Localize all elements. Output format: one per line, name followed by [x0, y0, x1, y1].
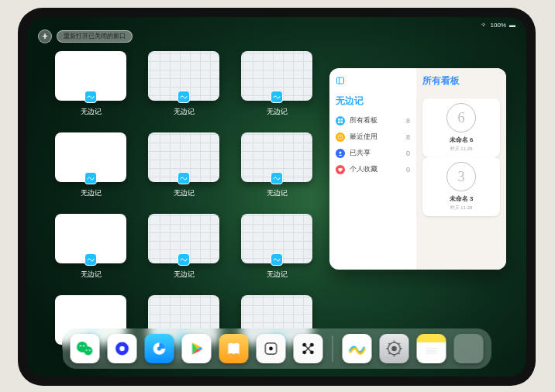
- board-time: 昨天 11:28: [450, 146, 473, 153]
- dock-app-wechat[interactable]: [71, 334, 100, 363]
- battery-label: 100%: [491, 22, 506, 29]
- board-name: 未命名 3: [450, 194, 474, 203]
- ipad-frame: ᯤ 100% ▬ + 重新打开已关闭的窗口 无边记: [18, 8, 536, 386]
- window-label: 无边记: [174, 107, 195, 117]
- dock-app-freeform[interactable]: [343, 334, 372, 363]
- dock: [63, 328, 491, 369]
- freeform-app-icon: [84, 91, 97, 103]
- window-label: 无边记: [81, 188, 102, 198]
- svg-point-17: [119, 346, 125, 352]
- sidebar-item-count: 0: [406, 166, 410, 174]
- window-label: 无边记: [267, 107, 288, 117]
- sidebar-title: 无边记: [336, 95, 410, 108]
- svg-rect-2: [338, 119, 340, 121]
- freeform-app-icon: [271, 253, 283, 266]
- battery-icon: ▬: [509, 22, 515, 29]
- wifi-icon: ᯤ: [481, 22, 488, 29]
- board-thumbnail: 6: [446, 103, 476, 132]
- window-thumb[interactable]: 无边记: [148, 132, 219, 198]
- sidebar-item-count: 8: [406, 117, 410, 125]
- status-bar: ᯤ 100% ▬: [481, 22, 515, 29]
- svg-line-40: [398, 343, 400, 345]
- reopen-label: 重新打开已关闭的窗口: [64, 31, 126, 42]
- dock-app-nodes[interactable]: [294, 334, 323, 363]
- window-thumb[interactable]: 无边记: [148, 51, 219, 117]
- svg-rect-5: [341, 121, 343, 123]
- svg-line-41: [388, 352, 390, 354]
- freeform-app-icon: [178, 172, 190, 184]
- dock-app-library[interactable]: [454, 334, 484, 363]
- freeform-app-icon: [84, 172, 97, 184]
- window-switcher-grid: 无边记 无边记 无边记 无边记: [55, 51, 326, 361]
- sidebar-item[interactable]: 已共享 0: [336, 145, 410, 161]
- sidebar-item-count: 0: [406, 150, 410, 157]
- boards-pane: 所有看板 6 未命名 6 昨天 11:283 未命名 3 昨天 11:28: [416, 68, 506, 270]
- dock-app-notes[interactable]: [417, 334, 446, 363]
- svg-line-38: [388, 343, 390, 345]
- dock-app-qqbrowser[interactable]: [145, 334, 174, 363]
- svg-rect-0: [337, 77, 344, 84]
- freeform-main-window[interactable]: ··· 无边记 所有看板 8 最近使用 8 已共享 0 个人收藏 0 所有看板 …: [329, 68, 506, 270]
- window-label: 无边记: [267, 270, 288, 280]
- board-card[interactable]: 6 未命名 6 昨天 11:28: [422, 98, 500, 157]
- dock-app-play[interactable]: [182, 334, 212, 363]
- sidebar-item-count: 8: [406, 133, 410, 141]
- window-thumb[interactable]: 无边记: [55, 132, 126, 198]
- top-bar: + 重新打开已关闭的窗口: [38, 29, 133, 43]
- dock-app-settings[interactable]: [380, 334, 409, 363]
- dock-app-uc[interactable]: [108, 334, 137, 363]
- freeform-app-icon: [178, 91, 190, 103]
- sidebar-toggle-icon[interactable]: [336, 77, 345, 88]
- sidebar-item-label: 所有看板: [350, 115, 377, 126]
- dock-app-books[interactable]: [219, 334, 249, 363]
- reopen-closed-window-button[interactable]: 重新打开已关闭的窗口: [57, 30, 133, 43]
- freeform-app-icon: [178, 253, 190, 266]
- grid-icon: [336, 116, 345, 126]
- window-label: 无边记: [174, 270, 195, 280]
- window-label: 无边记: [267, 188, 288, 198]
- sidebar-item[interactable]: 所有看板 8: [336, 112, 410, 129]
- svg-rect-3: [341, 119, 343, 121]
- dock-separator: [333, 335, 333, 362]
- board-thumbnail: 3: [446, 162, 476, 191]
- sidebar-item-label: 个人收藏: [350, 164, 377, 174]
- svg-point-19: [157, 346, 161, 350]
- freeform-app-icon: [271, 91, 283, 103]
- svg-point-12: [80, 345, 81, 346]
- svg-point-25: [269, 347, 273, 351]
- screen: ᯤ 100% ▬ + 重新打开已关闭的窗口 无边记: [27, 17, 526, 377]
- window-thumb[interactable]: 无边记: [241, 51, 312, 117]
- window-thumb[interactable]: 无边记: [55, 51, 126, 117]
- svg-rect-4: [338, 121, 340, 123]
- add-window-button[interactable]: +: [38, 29, 52, 43]
- heart-icon: [336, 165, 345, 174]
- window-label: 无边记: [174, 188, 195, 198]
- freeform-app-icon: [271, 172, 283, 184]
- sidebar-item-label: 最近使用: [350, 132, 377, 142]
- sidebar-item[interactable]: 最近使用 8: [336, 129, 410, 145]
- person-icon: [336, 149, 345, 158]
- window-thumb[interactable]: 无边记: [55, 214, 126, 280]
- board-time: 昨天 11:28: [450, 205, 473, 211]
- board-name: 未命名 6: [450, 136, 474, 144]
- svg-line-39: [398, 352, 400, 354]
- window-thumb[interactable]: 无边记: [241, 132, 312, 198]
- freeform-app-icon: [84, 253, 97, 266]
- window-thumb[interactable]: 无边记: [241, 214, 312, 280]
- svg-point-15: [89, 349, 91, 351]
- svg-point-33: [391, 346, 397, 352]
- sidebar-item[interactable]: 个人收藏 0: [336, 161, 410, 177]
- sidebar: 无边记 所有看板 8 最近使用 8 已共享 0 个人收藏 0: [329, 68, 416, 270]
- board-card[interactable]: 3 未命名 3 昨天 11:28: [422, 157, 500, 216]
- svg-point-13: [83, 345, 84, 346]
- boards-title: 所有看板: [422, 74, 500, 88]
- window-label: 无边记: [81, 270, 102, 280]
- svg-point-11: [84, 346, 92, 355]
- svg-point-14: [86, 349, 88, 351]
- window-thumb[interactable]: 无边记: [148, 214, 219, 280]
- clock-icon: [336, 132, 345, 142]
- dock-app-dice[interactable]: [257, 334, 286, 363]
- sidebar-item-label: 已共享: [350, 148, 371, 158]
- window-label: 无边记: [81, 107, 102, 117]
- svg-point-9: [340, 151, 342, 153]
